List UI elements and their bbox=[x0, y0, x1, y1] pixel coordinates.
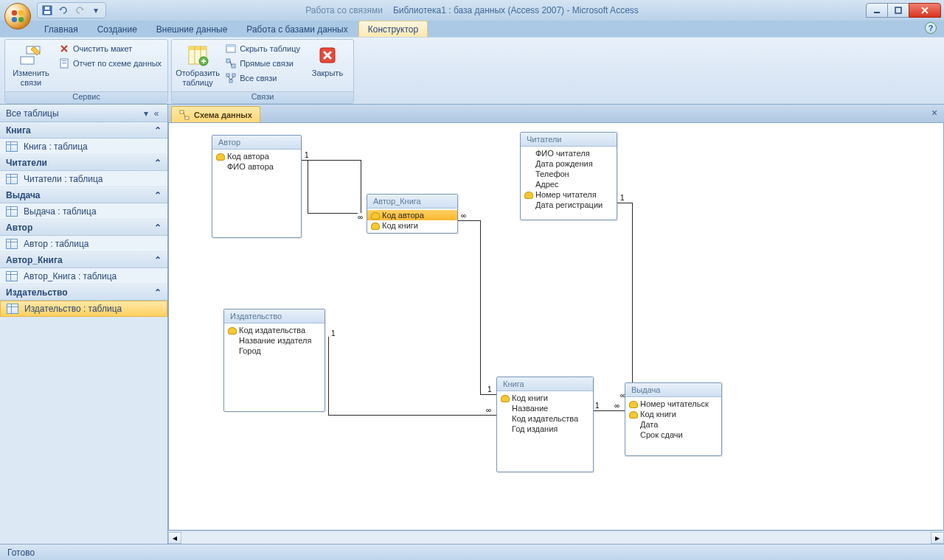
entity-avtor[interactable]: Автор Код автора ФИО автора bbox=[212, 135, 302, 238]
scroll-right-button[interactable]: ▸ bbox=[931, 532, 944, 544]
nav-item-avtor[interactable]: Автор : таблица bbox=[0, 236, 167, 252]
window-controls bbox=[867, 3, 941, 18]
relationships-canvas[interactable]: 1 ∞ ∞ 1 1 ∞ 1 ∞ 1 ∞ Автор bbox=[168, 122, 944, 531]
field[interactable]: Срок сдачи bbox=[625, 430, 721, 440]
minimize-button[interactable] bbox=[866, 3, 888, 18]
field-key[interactable]: Код автора bbox=[367, 210, 457, 220]
svg-point-2 bbox=[12, 17, 17, 22]
svg-rect-5 bbox=[44, 11, 50, 14]
scroll-left-button[interactable]: ◂ bbox=[168, 532, 181, 544]
svg-rect-22 bbox=[232, 64, 235, 68]
tab-designer[interactable]: Конструктор bbox=[358, 21, 428, 37]
field[interactable]: Телефон bbox=[521, 169, 617, 179]
entity-title: Автор_Книга bbox=[367, 195, 457, 209]
relation-line bbox=[632, 203, 633, 400]
close-relations-button[interactable]: Закрыть bbox=[306, 42, 349, 80]
show-table-button[interactable]: Отобразить таблицу bbox=[176, 42, 219, 89]
field[interactable]: Код издательства bbox=[497, 413, 593, 424]
svg-rect-31 bbox=[185, 116, 189, 119]
hide-table-button[interactable]: Скрыть таблицу bbox=[223, 42, 302, 55]
nav-item-vydacha[interactable]: Выдача : таблица bbox=[0, 203, 167, 220]
nav-item-avtorkniga[interactable]: Автор_Книга : таблица bbox=[0, 268, 167, 284]
svg-rect-21 bbox=[226, 59, 230, 63]
svg-point-3 bbox=[18, 17, 24, 22]
scroll-track[interactable] bbox=[181, 532, 931, 544]
nav-header[interactable]: Все таблицы ▾ « bbox=[0, 105, 167, 122]
cardinality-label: ∞ bbox=[486, 406, 491, 414]
office-button[interactable] bbox=[4, 3, 31, 29]
field-key[interactable]: Код автора bbox=[212, 151, 301, 161]
svg-rect-30 bbox=[180, 111, 184, 113]
nav-group-kniga[interactable]: Книга⌃ bbox=[0, 122, 167, 139]
entity-vydacha[interactable]: Выдача Номер читательск Код книги Дата С… bbox=[625, 382, 722, 456]
entity-title: Автор bbox=[212, 136, 301, 150]
entity-avtor-kniga[interactable]: Автор_Книга Код автора Код книги bbox=[367, 194, 458, 234]
document-area: Схема данных × 1 ∞ ∞ 1 1 ∞ bbox=[168, 105, 944, 544]
field[interactable]: Дата рождения bbox=[521, 158, 617, 169]
maximize-button[interactable] bbox=[887, 3, 909, 18]
tab-external[interactable]: Внешние данные bbox=[148, 21, 237, 37]
relation-line bbox=[458, 220, 480, 221]
cardinality-label: 1 bbox=[595, 402, 600, 410]
document-tab-schema[interactable]: Схема данных bbox=[171, 106, 260, 122]
entity-chitateli[interactable]: Читатели ФИО читателя Дата рождения Теле… bbox=[520, 132, 617, 220]
nav-group-avtor[interactable]: Автор⌃ bbox=[0, 220, 167, 236]
field-key[interactable]: Код книги bbox=[625, 409, 721, 419]
field[interactable]: Год издания bbox=[497, 424, 593, 434]
field[interactable]: Название bbox=[497, 403, 593, 413]
field[interactable]: Дата регистрации bbox=[521, 200, 617, 210]
save-icon[interactable] bbox=[42, 5, 52, 15]
edit-relations-button[interactable]: Изменить связи bbox=[10, 42, 52, 89]
table-icon bbox=[6, 271, 18, 281]
entity-kniga[interactable]: Книга Код книги Название Код издательств… bbox=[496, 377, 594, 472]
nav-group-izdatelstvo[interactable]: Издательство⌃ bbox=[0, 284, 167, 301]
entity-izdatelstvo[interactable]: Издательство Код издательства Название и… bbox=[223, 309, 325, 412]
tab-dbtools[interactable]: Работа с базами данных bbox=[237, 21, 356, 37]
close-button[interactable] bbox=[909, 3, 941, 18]
field[interactable]: Название издателя bbox=[224, 335, 324, 346]
cardinality-label: 1 bbox=[620, 194, 625, 202]
field-key[interactable]: Код книги bbox=[497, 393, 593, 403]
tab-create[interactable]: Создание bbox=[88, 21, 146, 37]
tab-home[interactable]: Главная bbox=[35, 21, 87, 37]
field-key[interactable]: Код книги bbox=[367, 220, 457, 231]
cardinality-label: ∞ bbox=[614, 402, 620, 410]
field[interactable]: ФИО автора bbox=[212, 161, 301, 172]
help-icon[interactable]: ? bbox=[925, 22, 937, 34]
direct-relations-button[interactable]: Прямые связи bbox=[223, 57, 302, 70]
relation-line bbox=[308, 213, 361, 214]
field[interactable]: Дата bbox=[625, 419, 721, 430]
relation-line bbox=[328, 415, 496, 416]
nav-item-kniga[interactable]: Книга : таблица bbox=[0, 139, 167, 155]
report-button[interactable]: Отчет по схеме данных bbox=[57, 57, 163, 70]
svg-rect-13 bbox=[62, 63, 66, 63]
nav-group-chitateli[interactable]: Читатели⌃ bbox=[0, 155, 167, 171]
qat-dropdown-icon[interactable]: ▾ bbox=[91, 5, 101, 15]
nav-collapse-icon[interactable]: « bbox=[151, 108, 162, 119]
nav-group-vydacha[interactable]: Выдача⌃ bbox=[0, 187, 167, 203]
redo-icon[interactable] bbox=[74, 5, 85, 15]
field-key[interactable]: Номер читателя bbox=[521, 189, 617, 200]
nav-item-chitateli[interactable]: Читатели : таблица bbox=[0, 171, 167, 187]
all-relations-button[interactable]: Все связи bbox=[223, 71, 302, 85]
field[interactable]: ФИО читателя bbox=[521, 148, 617, 158]
svg-rect-12 bbox=[62, 60, 66, 61]
field-key[interactable]: Номер читательск bbox=[625, 399, 721, 409]
cardinality-label: 1 bbox=[487, 385, 492, 393]
svg-rect-26 bbox=[229, 80, 232, 83]
document-close-button[interactable]: × bbox=[929, 108, 940, 118]
field[interactable]: Город bbox=[224, 346, 324, 356]
svg-rect-7 bbox=[874, 12, 880, 13]
undo-icon[interactable] bbox=[58, 5, 69, 15]
nav-group-avtorkniga[interactable]: Автор_Книга⌃ bbox=[0, 252, 167, 268]
field[interactable]: Адрес bbox=[521, 179, 617, 189]
svg-line-27 bbox=[228, 77, 231, 80]
field-key[interactable]: Код издательства bbox=[224, 325, 324, 335]
all-rel-icon bbox=[225, 72, 237, 84]
group-label-service: Сервис bbox=[5, 91, 167, 103]
clear-layout-button[interactable]: Очистить макет bbox=[57, 42, 163, 55]
svg-rect-9 bbox=[21, 57, 34, 64]
horizontal-scrollbar[interactable]: ◂ ▸ bbox=[168, 531, 944, 544]
nav-dropdown-icon[interactable]: ▾ bbox=[141, 108, 151, 119]
nav-item-izdatelstvo[interactable]: Издательство : таблица bbox=[0, 301, 167, 317]
